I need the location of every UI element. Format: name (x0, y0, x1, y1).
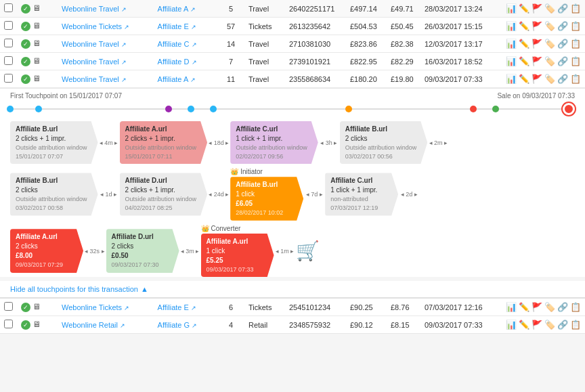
commission: £49.71 (387, 0, 420, 18)
copy-icon[interactable]: 📋 (570, 21, 581, 31)
edit-icon[interactable]: ✏️ (519, 320, 529, 330)
stats-icon[interactable]: 📊 (506, 3, 517, 14)
tag-icon[interactable]: 🏷️ (544, 56, 555, 66)
row-checkbox[interactable] (4, 3, 13, 12)
external-link-icon[interactable]: ↗ (121, 77, 127, 83)
edit-icon[interactable]: ✏️ (519, 56, 529, 66)
edit-icon[interactable]: ✏️ (519, 302, 529, 312)
transaction-name[interactable]: Webonline Tickets (62, 303, 122, 311)
copy-icon[interactable]: 📋 (570, 74, 581, 84)
affiliate-link-icon[interactable]: ↗ (190, 6, 196, 13)
affiliate-link-icon[interactable]: ↗ (192, 322, 197, 329)
touchpoints-count: 7 (217, 53, 244, 70)
edit-icon[interactable]: ✏️ (519, 74, 529, 84)
monitor-icon: 🖥 (32, 74, 41, 83)
sep-5: ◂ 1d ▸ (100, 191, 118, 198)
action-icons[interactable]: 📊 ✏️ 🚩 🏷️ 🔗 📋 (506, 21, 581, 31)
stats-icon[interactable]: 📊 (506, 74, 517, 84)
stats-icon[interactable]: 📊 (506, 56, 517, 66)
check-icon: ✓ (21, 4, 30, 14)
check-icon: ✓ (21, 320, 30, 330)
row-checkbox[interactable] (4, 320, 13, 328)
link-icon[interactable]: 🔗 (557, 56, 568, 66)
external-link-icon[interactable]: ↗ (121, 6, 127, 13)
flag-icon[interactable]: 🚩 (532, 74, 542, 84)
timeline-dot-3 (165, 106, 172, 112)
edit-icon[interactable]: ✏️ (519, 21, 529, 31)
action-icons[interactable]: 📊 ✏️ 🚩 🏷️ 🔗 📋 (506, 320, 581, 330)
hide-touchpoints-link[interactable]: Hide all touchpoints for this transactio… (0, 281, 585, 298)
flag-icon[interactable]: 🚩 (532, 39, 542, 49)
transaction-name[interactable]: Webonline Travel (62, 58, 119, 66)
link-icon[interactable]: 🔗 (557, 21, 568, 31)
flag-icon[interactable]: 🚩 (532, 21, 542, 31)
affiliate-name[interactable]: Affiliate C (158, 40, 190, 48)
tag-icon[interactable]: 🏷️ (544, 302, 555, 312)
external-link-icon[interactable]: ↗ (124, 305, 129, 311)
flag-icon[interactable]: 🚩 (532, 302, 542, 312)
affiliate-name[interactable]: Affiliate D (158, 58, 190, 66)
link-icon[interactable]: 🔗 (557, 320, 568, 330)
affiliate-link-icon[interactable]: ↗ (192, 41, 197, 48)
action-icons[interactable]: 📊 ✏️ 🚩 🏷️ 🔗 📋 (506, 56, 581, 66)
revenue: £497.14 (346, 0, 387, 18)
external-link-icon[interactable]: ↗ (124, 24, 129, 30)
tag-icon[interactable]: 🏷️ (544, 74, 555, 84)
transaction-name[interactable]: Webonline Retail (62, 321, 118, 329)
affiliate-link-icon[interactable]: ↗ (192, 59, 197, 66)
external-link-icon[interactable]: ↗ (121, 41, 127, 48)
link-icon[interactable]: 🔗 (557, 39, 568, 49)
affiliate-name[interactable]: Affiliate E (158, 22, 189, 30)
copy-icon[interactable]: 📋 (570, 3, 581, 14)
copy-icon[interactable]: 📋 (570, 320, 581, 330)
row-checkbox[interactable] (4, 74, 13, 83)
row-checkbox[interactable] (4, 39, 13, 47)
link-icon[interactable]: 🔗 (557, 3, 568, 14)
affiliate-name[interactable]: Affiliate E (158, 303, 189, 311)
external-link-icon[interactable]: ↗ (121, 59, 127, 66)
affiliate-link-icon[interactable]: ↗ (191, 24, 196, 30)
transaction-name[interactable]: Webonline Travel (62, 40, 119, 48)
transaction-name[interactable]: Webonline Tickets (62, 22, 122, 30)
transaction-name[interactable]: Webonline Travel (62, 5, 119, 13)
touchpoints-count: 6 (217, 299, 244, 316)
row-checkbox[interactable] (4, 21, 13, 30)
row-checkbox[interactable] (4, 302, 13, 311)
tag-icon[interactable]: 🏷️ (544, 320, 555, 330)
flag-icon[interactable]: 🚩 (532, 3, 542, 14)
edit-icon[interactable]: ✏️ (519, 3, 529, 14)
flag-icon[interactable]: 🚩 (532, 320, 542, 330)
tag-icon[interactable]: 🏷️ (544, 21, 555, 31)
action-icons[interactable]: 📊 ✏️ 🚩 🏷️ 🔗 📋 (506, 39, 581, 49)
link-icon[interactable]: 🔗 (557, 302, 568, 312)
affiliate-name[interactable]: Affiliate G (158, 321, 190, 329)
sep-1: ◂ 4m ▸ (100, 139, 118, 146)
link-icon[interactable]: 🔗 (557, 74, 568, 84)
action-icons[interactable]: 📊 ✏️ 🚩 🏷️ 🔗 📋 (506, 3, 581, 14)
edit-icon[interactable]: ✏️ (519, 39, 529, 49)
action-icons[interactable]: 📊 ✏️ 🚩 🏷️ 🔗 📋 (506, 74, 581, 84)
sep-9: ◂ 32s ▸ (85, 248, 105, 255)
stats-icon[interactable]: 📊 (506, 39, 517, 49)
tag-icon[interactable]: 🏷️ (544, 3, 555, 14)
action-icons[interactable]: 📊 ✏️ 🚩 🏷️ 🔗 📋 (506, 302, 581, 312)
transaction-name[interactable]: Webonline Travel (62, 75, 119, 83)
external-link-icon[interactable]: ↗ (120, 322, 125, 329)
affiliate-name[interactable]: Affiliate A (158, 75, 188, 83)
stats-icon[interactable]: 📊 (506, 302, 517, 312)
row-checkbox[interactable] (4, 56, 13, 65)
transaction-id: 26402251171 (285, 0, 346, 18)
tag-icon[interactable]: 🏷️ (544, 39, 555, 49)
monitor-icon: 🖥 (32, 320, 41, 329)
stats-icon[interactable]: 📊 (506, 21, 517, 31)
affiliate-link-icon[interactable]: ↗ (190, 77, 196, 83)
stats-icon[interactable]: 📊 (506, 320, 517, 330)
copy-icon[interactable]: 📋 (570, 39, 581, 49)
affiliate-link-icon[interactable]: ↗ (191, 305, 196, 311)
copy-icon[interactable]: 📋 (570, 56, 581, 66)
timeline-dot-8 (492, 106, 499, 112)
flag-icon[interactable]: 🚩 (532, 56, 542, 66)
affiliate-name[interactable]: Affiliate A (158, 5, 188, 13)
copy-icon[interactable]: 📋 (570, 302, 581, 312)
top-data-table: ✓ 🖥 Webonline Travel ↗ Affiliate A ↗ 5 T… (0, 0, 585, 88)
